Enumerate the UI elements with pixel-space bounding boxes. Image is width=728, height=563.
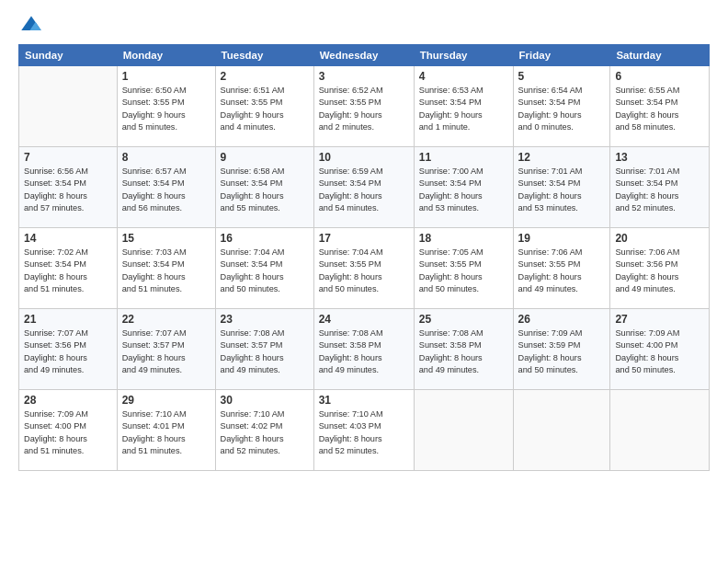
calendar-cell: 2Sunrise: 6:51 AM Sunset: 3:55 PM Daylig…: [215, 66, 313, 147]
day-info: Sunrise: 7:10 AM Sunset: 4:01 PM Dayligh…: [122, 408, 210, 457]
day-number: 23: [221, 313, 309, 326]
header: [18, 15, 710, 33]
day-info: Sunrise: 6:55 AM Sunset: 3:54 PM Dayligh…: [615, 85, 704, 133]
calendar-cell: 19Sunrise: 7:06 AM Sunset: 3:55 PM Dayli…: [513, 228, 610, 309]
calendar-cell: 8Sunrise: 6:57 AM Sunset: 3:54 PM Daylig…: [117, 147, 215, 228]
day-number: 14: [24, 232, 112, 245]
calendar-cell: 13Sunrise: 7:01 AM Sunset: 3:54 PM Dayli…: [610, 147, 710, 228]
day-number: 18: [419, 232, 508, 245]
day-info: Sunrise: 7:04 AM Sunset: 3:55 PM Dayligh…: [319, 247, 409, 295]
calendar-cell: 25Sunrise: 7:08 AM Sunset: 3:58 PM Dayli…: [414, 309, 513, 390]
day-info: Sunrise: 7:07 AM Sunset: 3:56 PM Dayligh…: [24, 327, 112, 376]
day-number: 30: [221, 394, 309, 407]
day-info: Sunrise: 7:06 AM Sunset: 3:55 PM Dayligh…: [518, 247, 606, 295]
calendar-header-row: SundayMondayTuesdayWednesdayThursdayFrid…: [19, 45, 710, 66]
day-info: Sunrise: 6:52 AM Sunset: 3:55 PM Dayligh…: [319, 85, 409, 133]
day-number: 19: [518, 232, 606, 245]
calendar-cell: 20Sunrise: 7:06 AM Sunset: 3:56 PM Dayli…: [610, 228, 710, 309]
day-number: 28: [24, 394, 112, 407]
logo: [18, 15, 48, 33]
calendar-cell: 30Sunrise: 7:10 AM Sunset: 4:02 PM Dayli…: [215, 390, 313, 471]
day-number: 2: [221, 70, 309, 83]
day-info: Sunrise: 7:04 AM Sunset: 3:54 PM Dayligh…: [221, 247, 309, 295]
calendar-week-row: 7Sunrise: 6:56 AM Sunset: 3:54 PM Daylig…: [19, 147, 710, 228]
calendar-cell: 6Sunrise: 6:55 AM Sunset: 3:54 PM Daylig…: [610, 66, 710, 147]
day-info: Sunrise: 7:10 AM Sunset: 4:02 PM Dayligh…: [221, 408, 309, 457]
calendar-cell: 5Sunrise: 6:54 AM Sunset: 3:54 PM Daylig…: [513, 66, 610, 147]
calendar-cell: 17Sunrise: 7:04 AM Sunset: 3:55 PM Dayli…: [313, 228, 414, 309]
day-info: Sunrise: 7:01 AM Sunset: 3:54 PM Dayligh…: [615, 166, 704, 214]
logo-icon: [18, 15, 44, 33]
day-number: 25: [419, 313, 508, 326]
day-number: 12: [518, 151, 606, 164]
day-number: 6: [615, 70, 704, 83]
day-info: Sunrise: 7:07 AM Sunset: 3:57 PM Dayligh…: [122, 327, 210, 376]
calendar-cell: 3Sunrise: 6:52 AM Sunset: 3:55 PM Daylig…: [313, 66, 414, 147]
day-number: 26: [518, 313, 606, 326]
day-info: Sunrise: 7:10 AM Sunset: 4:03 PM Dayligh…: [319, 408, 409, 457]
day-info: Sunrise: 7:01 AM Sunset: 3:54 PM Dayligh…: [518, 166, 606, 214]
calendar-cell: 7Sunrise: 6:56 AM Sunset: 3:54 PM Daylig…: [19, 147, 118, 228]
day-info: Sunrise: 6:53 AM Sunset: 3:54 PM Dayligh…: [419, 85, 508, 133]
day-header-monday: Monday: [117, 45, 215, 66]
calendar-cell: 9Sunrise: 6:58 AM Sunset: 3:54 PM Daylig…: [215, 147, 313, 228]
calendar-table: SundayMondayTuesdayWednesdayThursdayFrid…: [18, 44, 710, 471]
calendar-cell: 18Sunrise: 7:05 AM Sunset: 3:55 PM Dayli…: [414, 228, 513, 309]
calendar-cell: 27Sunrise: 7:09 AM Sunset: 4:00 PM Dayli…: [610, 309, 710, 390]
day-number: 21: [24, 313, 112, 326]
day-number: 24: [319, 313, 409, 326]
calendar-cell: 10Sunrise: 6:59 AM Sunset: 3:54 PM Dayli…: [313, 147, 414, 228]
calendar-cell: [19, 66, 118, 147]
calendar-cell: 4Sunrise: 6:53 AM Sunset: 3:54 PM Daylig…: [414, 66, 513, 147]
day-header-thursday: Thursday: [414, 45, 513, 66]
day-number: 29: [122, 394, 210, 407]
day-header-wednesday: Wednesday: [313, 45, 414, 66]
day-header-sunday: Sunday: [19, 45, 118, 66]
calendar-cell: 26Sunrise: 7:09 AM Sunset: 3:59 PM Dayli…: [513, 309, 610, 390]
calendar-week-row: 1Sunrise: 6:50 AM Sunset: 3:55 PM Daylig…: [19, 66, 710, 147]
day-info: Sunrise: 7:08 AM Sunset: 3:58 PM Dayligh…: [419, 327, 508, 376]
day-number: 8: [122, 151, 210, 164]
day-info: Sunrise: 7:05 AM Sunset: 3:55 PM Dayligh…: [419, 247, 508, 295]
calendar-cell: 15Sunrise: 7:03 AM Sunset: 3:54 PM Dayli…: [117, 228, 215, 309]
day-info: Sunrise: 7:06 AM Sunset: 3:56 PM Dayligh…: [615, 247, 704, 295]
calendar-cell: 12Sunrise: 7:01 AM Sunset: 3:54 PM Dayli…: [513, 147, 610, 228]
calendar-cell: [610, 390, 710, 471]
day-info: Sunrise: 7:08 AM Sunset: 3:58 PM Dayligh…: [319, 327, 409, 376]
calendar-cell: 16Sunrise: 7:04 AM Sunset: 3:54 PM Dayli…: [215, 228, 313, 309]
day-number: 20: [615, 232, 704, 245]
day-number: 27: [615, 313, 704, 326]
day-info: Sunrise: 6:59 AM Sunset: 3:54 PM Dayligh…: [319, 166, 409, 214]
day-info: Sunrise: 6:57 AM Sunset: 3:54 PM Dayligh…: [122, 166, 210, 214]
day-header-tuesday: Tuesday: [215, 45, 313, 66]
calendar-cell: 31Sunrise: 7:10 AM Sunset: 4:03 PM Dayli…: [313, 390, 414, 471]
calendar-week-row: 14Sunrise: 7:02 AM Sunset: 3:54 PM Dayli…: [19, 228, 710, 309]
calendar-week-row: 21Sunrise: 7:07 AM Sunset: 3:56 PM Dayli…: [19, 309, 710, 390]
day-info: Sunrise: 7:00 AM Sunset: 3:54 PM Dayligh…: [419, 166, 508, 214]
day-info: Sunrise: 7:09 AM Sunset: 3:59 PM Dayligh…: [518, 327, 606, 376]
day-info: Sunrise: 6:54 AM Sunset: 3:54 PM Dayligh…: [518, 85, 606, 133]
day-number: 16: [221, 232, 309, 245]
calendar-cell: 11Sunrise: 7:00 AM Sunset: 3:54 PM Dayli…: [414, 147, 513, 228]
day-info: Sunrise: 6:50 AM Sunset: 3:55 PM Dayligh…: [122, 85, 210, 133]
day-info: Sunrise: 7:03 AM Sunset: 3:54 PM Dayligh…: [122, 247, 210, 295]
calendar-cell: 28Sunrise: 7:09 AM Sunset: 4:00 PM Dayli…: [19, 390, 118, 471]
day-info: Sunrise: 7:08 AM Sunset: 3:57 PM Dayligh…: [221, 327, 309, 376]
day-number: 3: [319, 70, 409, 83]
day-number: 10: [319, 151, 409, 164]
day-info: Sunrise: 6:51 AM Sunset: 3:55 PM Dayligh…: [221, 85, 309, 133]
calendar-week-row: 28Sunrise: 7:09 AM Sunset: 4:00 PM Dayli…: [19, 390, 710, 471]
day-info: Sunrise: 6:56 AM Sunset: 3:54 PM Dayligh…: [24, 166, 112, 214]
day-number: 4: [419, 70, 508, 83]
day-number: 5: [518, 70, 606, 83]
calendar-cell: 21Sunrise: 7:07 AM Sunset: 3:56 PM Dayli…: [19, 309, 118, 390]
day-info: Sunrise: 6:58 AM Sunset: 3:54 PM Dayligh…: [221, 166, 309, 214]
day-number: 7: [24, 151, 112, 164]
day-number: 13: [615, 151, 704, 164]
calendar-cell: [414, 390, 513, 471]
day-number: 22: [122, 313, 210, 326]
day-info: Sunrise: 7:09 AM Sunset: 4:00 PM Dayligh…: [24, 408, 112, 457]
calendar-cell: 29Sunrise: 7:10 AM Sunset: 4:01 PM Dayli…: [117, 390, 215, 471]
calendar-cell: 14Sunrise: 7:02 AM Sunset: 3:54 PM Dayli…: [19, 228, 118, 309]
calendar-cell: [513, 390, 610, 471]
